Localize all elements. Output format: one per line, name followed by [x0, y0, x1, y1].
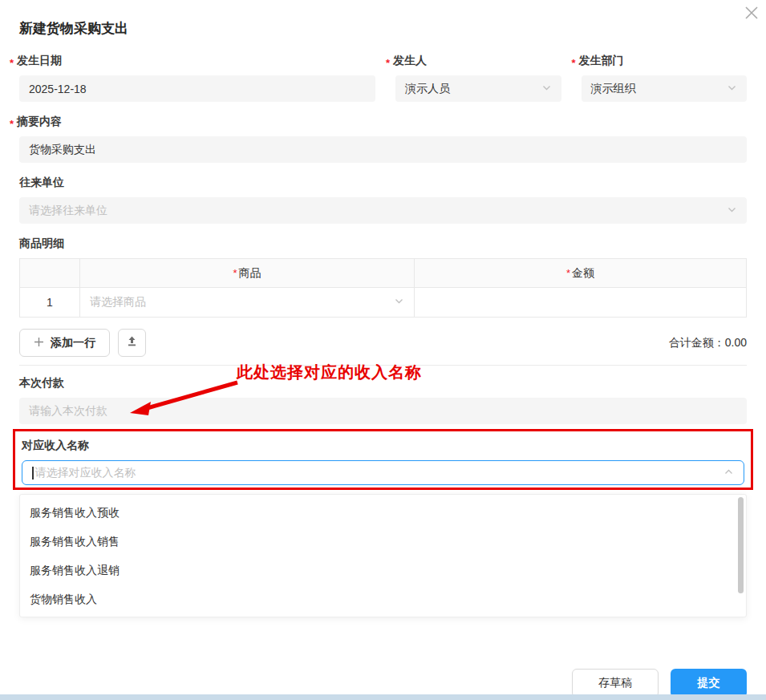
counterparty-label: 往来单位	[19, 176, 747, 190]
row-index: 1	[20, 288, 80, 318]
product-detail-label: 商品明细	[19, 237, 747, 251]
summary-value: 货物采购支出	[29, 143, 96, 157]
product-select[interactable]: 请选择商品	[80, 295, 414, 310]
income-select-input[interactable]: 请选择对应收入名称	[22, 460, 744, 485]
date-value: 2025-12-18	[29, 83, 87, 95]
counterparty-placeholder: 请选择往来单位	[29, 204, 107, 218]
department-value: 演示组织	[591, 82, 636, 96]
product-column-header: *商品	[80, 259, 415, 288]
field-group-summary: * 摘要内容 货物采购支出	[19, 115, 747, 163]
income-label: 对应收入名称	[22, 439, 744, 453]
field-group-date: * 发生日期 2025-12-18	[19, 54, 375, 102]
required-mark: *	[386, 57, 390, 69]
save-draft-button[interactable]: 存草稿	[572, 669, 659, 698]
field-group-person: * 发生人 演示人员	[395, 54, 561, 102]
income-placeholder: 请选择对应收入名称	[35, 466, 136, 480]
close-icon[interactable]	[744, 5, 760, 21]
total-amount: 合计金额：0.00	[669, 336, 747, 350]
field-group-department: * 发生部门 演示组织	[582, 54, 748, 102]
dropdown-option[interactable]: 服务销售收入预收	[20, 498, 746, 527]
text-cursor	[32, 467, 34, 479]
summary-label: * 摘要内容	[19, 115, 747, 129]
chevron-down-icon	[727, 204, 737, 217]
product-detail-section: 商品明细 *商品 *金额 1 请选择商品	[19, 237, 747, 357]
plus-icon	[34, 337, 44, 350]
person-label: * 发生人	[395, 54, 561, 68]
required-mark: *	[233, 267, 237, 279]
person-value: 演示人员	[405, 82, 450, 96]
total-value: 0.00	[725, 336, 747, 349]
form-row-1: * 发生日期 2025-12-18 * 发生人 演示人员 *	[19, 54, 747, 102]
required-mark: *	[566, 267, 570, 279]
required-mark: *	[10, 57, 14, 69]
required-mark: *	[10, 118, 14, 130]
upload-icon	[126, 335, 138, 350]
import-upload-button[interactable]	[118, 329, 146, 357]
required-mark: *	[572, 57, 576, 69]
dropdown-option[interactable]: 货物销售收入	[20, 585, 746, 613]
table-row: 1 请选择商品	[20, 288, 747, 318]
product-placeholder: 请选择商品	[90, 295, 146, 310]
dialog-footer: 存草稿 提交	[19, 669, 747, 698]
payment-placeholder: 请输入本次付款	[29, 404, 107, 419]
date-input[interactable]: 2025-12-18	[19, 75, 375, 102]
summary-input[interactable]: 货物采购支出	[19, 136, 747, 163]
page-background-strip	[0, 694, 766, 700]
index-column-header	[20, 259, 80, 288]
income-dropdown-panel: 服务销售收入预收 服务销售收入销售 服务销售收入退销 货物销售收入	[19, 494, 747, 617]
amount-cell[interactable]	[415, 288, 747, 318]
table-actions: 添加一行 合计金额：0.00	[19, 329, 747, 357]
person-select[interactable]: 演示人员	[395, 75, 561, 102]
new-expense-dialog: 新建货物采购支出 * 发生日期 2025-12-18 * 发生人 演示人员	[0, 0, 766, 700]
page-title: 新建货物采购支出	[19, 19, 747, 38]
department-select[interactable]: 演示组织	[582, 75, 748, 102]
chevron-down-icon	[541, 83, 552, 95]
add-row-button[interactable]: 添加一行	[19, 329, 110, 357]
annotation-text: 此处选择对应的收入名称	[237, 362, 422, 383]
product-cell: 请选择商品	[80, 288, 415, 318]
dropdown-option[interactable]: 服务销售收入退销	[20, 556, 746, 585]
total-label: 合计金额：	[669, 336, 725, 349]
submit-button[interactable]: 提交	[671, 669, 747, 698]
chevron-down-icon	[727, 83, 737, 95]
amount-column-header: *金额	[415, 259, 747, 288]
table-header-row: *商品 *金额	[20, 259, 747, 288]
chevron-down-icon	[394, 296, 404, 309]
counterparty-select[interactable]: 请选择往来单位	[19, 197, 747, 224]
date-label: * 发生日期	[19, 54, 375, 68]
chevron-up-icon	[723, 467, 734, 479]
field-group-counterparty: 往来单位 请选择往来单位	[19, 176, 747, 224]
annotation-arrow-icon	[127, 377, 247, 422]
dropdown-option[interactable]: 服务销售收入销售	[20, 527, 746, 556]
dropdown-scrollbar[interactable]	[738, 497, 744, 593]
product-detail-table: *商品 *金额 1 请选择商品	[19, 258, 747, 318]
department-label: * 发生部门	[582, 54, 748, 68]
income-highlight-box: 对应收入名称 请选择对应收入名称	[13, 429, 753, 490]
